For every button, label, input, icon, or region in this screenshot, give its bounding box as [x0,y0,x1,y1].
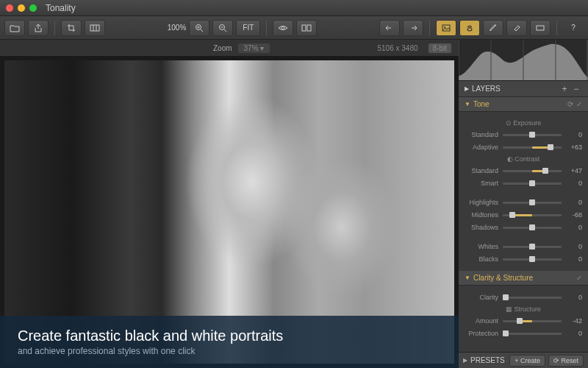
svg-point-10 [282,26,284,29]
zoom-out-button[interactable] [212,20,233,36]
slider-adaptive[interactable]: Adaptive+63 [465,142,582,152]
window-close[interactable] [6,4,13,12]
tool-brush[interactable] [483,20,503,36]
layers-header[interactable]: ▶ LAYERS + − [459,81,588,97]
remove-layer-button[interactable]: − [570,83,582,95]
redo-button[interactable] [403,20,423,36]
histogram[interactable] [459,40,588,81]
tool-image[interactable] [436,20,456,36]
exposure-subhead: ⊙ Exposure [465,119,582,127]
zoom-in-button[interactable] [189,20,209,36]
open-button[interactable] [4,20,25,36]
window-zoom[interactable] [29,4,37,12]
clarity-section-header[interactable]: ▼ Clarity & Structure ✓ [459,271,588,286]
caption-line1: Create fantastic black and white portrai… [18,328,441,344]
compare-button[interactable] [296,20,317,36]
bit-depth: 8-bit [429,43,451,53]
undo-button[interactable] [379,20,400,36]
marketing-caption: Create fantastic black and white portrai… [0,316,459,368]
slider-highlights[interactable]: Highlights0 [465,197,582,208]
caption-line2: and achieve professional styles with one… [18,346,441,356]
svg-rect-11 [302,25,306,31]
slider-smart[interactable]: Smart0 [465,178,582,188]
slider-protection[interactable]: Protection0 [465,328,582,339]
image-dimensions: 5106 x 3480 [377,44,417,52]
help-button[interactable]: ? [563,20,584,36]
add-layer-button[interactable]: + [559,83,570,95]
adjustments-panel: ▶ LAYERS + − ▼ Tone ⟳ ✓ ⊙ Exposure Stand… [459,40,588,368]
slider-whites[interactable]: Whites0 [465,241,582,252]
grid-button[interactable] [85,20,105,36]
app-title: Tonality [37,3,588,13]
tone-section-header[interactable]: ▼ Tone ⟳ ✓ [459,97,588,112]
svg-line-4 [201,29,203,32]
tone-toggle-icon[interactable]: ✓ [576,100,582,108]
fit-button[interactable]: FIT [236,20,260,36]
zoom-value[interactable]: 37% ▾ [238,43,270,53]
zoom-percent: 100% [168,24,187,32]
export-button[interactable] [28,20,49,36]
tool-gradient[interactable] [530,20,551,36]
slider-standard-exposure[interactable]: Standard0 [465,130,582,140]
presets-bar: ▶ PRESETS + Create ⟳ Reset [459,352,588,368]
crop-button[interactable] [61,20,82,36]
canvas[interactable]: Create fantastic black and white portrai… [0,56,459,368]
tool-pan[interactable] [459,20,480,36]
slider-shadows[interactable]: Shadows0 [465,222,582,233]
svg-rect-0 [90,25,99,31]
preset-create-button[interactable]: + Create [509,355,545,367]
title-bar: Tonality [0,0,588,16]
svg-rect-12 [307,25,311,31]
svg-rect-15 [537,26,544,30]
svg-line-8 [224,29,226,32]
toolbar: 100% FIT ? [0,16,588,40]
tool-eraser[interactable] [506,20,527,36]
info-bar: Zoom 37% ▾ 5106 x 3480 8-bit [0,40,459,56]
slider-amount[interactable]: Amount-42 [465,316,582,326]
slider-midtones[interactable]: Midtones-68 [465,210,582,220]
contrast-subhead: ◐ Contrast [465,155,582,163]
slider-clarity[interactable]: Clarity0 [465,292,582,302]
slider-standard-contrast[interactable]: Standard+47 [465,166,582,176]
tone-reset-icon[interactable]: ⟳ [567,100,573,108]
preset-reset-button[interactable]: ⟳ Reset [548,355,584,367]
window-minimize[interactable] [18,4,25,12]
structure-subhead: ▦ Structure [465,305,582,313]
preview-button[interactable] [273,20,293,36]
slider-blacks[interactable]: Blacks0 [465,254,582,264]
zoom-label: Zoom [213,44,232,52]
clarity-toggle-icon[interactable]: ✓ [576,274,582,282]
